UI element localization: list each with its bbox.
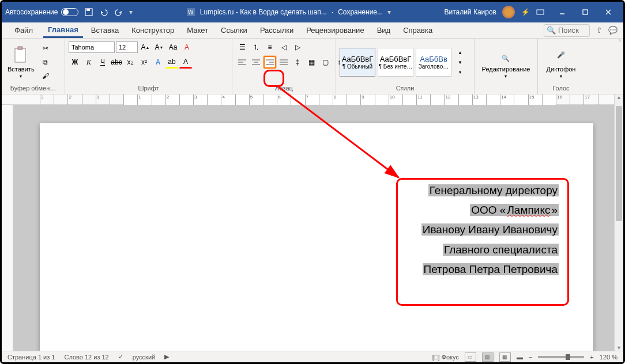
- collapse-ribbon-icon[interactable]: ^: [619, 39, 621, 44]
- decrease-indent-icon[interactable]: ◁: [277, 41, 290, 54]
- align-right-icon[interactable]: [263, 56, 276, 69]
- style-heading[interactable]: АаБбВв Заголово…: [416, 48, 451, 77]
- tab-view[interactable]: Вид: [372, 24, 396, 37]
- focus-mode[interactable]: [□] Фокус: [432, 354, 459, 361]
- horizontal-ruler[interactable]: 321 12 34 56 78 910 1112 1314 1516 17: [2, 94, 623, 105]
- tab-help[interactable]: Справка: [398, 24, 437, 37]
- change-case-icon[interactable]: Aa: [167, 41, 179, 54]
- superscript-button[interactable]: x²: [138, 56, 150, 69]
- comments-icon[interactable]: 💬: [608, 26, 618, 35]
- print-layout-icon[interactable]: ▤: [482, 352, 494, 362]
- underline-button[interactable]: Ч: [96, 56, 109, 69]
- search-input[interactable]: 🔍 Поиск: [544, 24, 590, 37]
- scroll-thumb[interactable]: [616, 106, 622, 221]
- grow-font-icon[interactable]: A▲: [139, 41, 152, 54]
- statusbar: Страница 1 из 1 Слово 12 из 12 ✓ русский…: [2, 351, 623, 362]
- document-text[interactable]: Генеральному директору ООО «Лампикс» Ива…: [421, 181, 559, 279]
- justify-icon[interactable]: [277, 56, 290, 69]
- svg-rect-9: [15, 48, 25, 62]
- zoom-level[interactable]: 120 %: [600, 354, 618, 361]
- dictate-button[interactable]: 🎤 Диктофон ▾: [544, 44, 578, 81]
- zoom-in-icon[interactable]: +: [590, 354, 593, 361]
- autosave-toggle[interactable]: Автосохранение: [5, 8, 78, 16]
- tab-design[interactable]: Конструктор: [127, 24, 179, 37]
- vertical-ruler[interactable]: [3, 105, 13, 351]
- styles-down-icon[interactable]: ▼: [454, 58, 466, 67]
- clear-format-icon[interactable]: A: [180, 41, 193, 54]
- tab-references[interactable]: Ссылки: [216, 24, 252, 37]
- document-area: Генеральному директору ООО «Лампикс» Ива…: [13, 105, 614, 351]
- editing-button[interactable]: 🔍 Редактирование ▾: [480, 51, 533, 81]
- status-language[interactable]: русский: [133, 354, 155, 361]
- font-color-icon[interactable]: A: [179, 56, 192, 69]
- subscript-button[interactable]: x₂: [124, 56, 137, 69]
- format-painter-icon[interactable]: 🖌: [39, 70, 52, 82]
- minimize-icon[interactable]: [551, 2, 574, 22]
- close-icon[interactable]: [597, 2, 620, 22]
- align-center-icon[interactable]: [250, 56, 262, 69]
- bullets-icon[interactable]: ☰: [236, 41, 249, 54]
- svg-rect-4: [537, 10, 544, 14]
- italic-button[interactable]: К: [82, 56, 95, 69]
- spellcheck-icon[interactable]: ✓: [118, 353, 123, 361]
- redo-icon[interactable]: [114, 7, 123, 17]
- read-mode-icon[interactable]: ▭: [465, 352, 476, 362]
- shading-icon[interactable]: ▦: [305, 56, 318, 69]
- line-spacing-icon[interactable]: ‡: [291, 56, 304, 69]
- avatar[interactable]: [502, 6, 515, 18]
- search-icon: 🔍: [547, 26, 556, 35]
- document-title: W Lumpics.ru - Как в Ворде сделать шап..…: [138, 7, 438, 17]
- numbering-icon[interactable]: ⒈: [250, 41, 262, 54]
- svg-rect-1: [86, 9, 90, 11]
- increase-indent-icon[interactable]: ▷: [291, 41, 304, 54]
- tab-layout[interactable]: Макет: [182, 24, 213, 37]
- multilevel-icon[interactable]: ≡: [263, 41, 276, 54]
- borders-icon[interactable]: ▢: [319, 56, 332, 69]
- ribbon-display-icon[interactable]: [536, 7, 545, 17]
- tab-home[interactable]: Главная: [43, 23, 83, 38]
- accessibility-icon[interactable]: ▬: [517, 354, 523, 361]
- clipboard-group-label: Буфер обмен…: [5, 84, 61, 92]
- user-name[interactable]: Виталий Каиров: [444, 8, 496, 16]
- font-group-label: Шрифт: [69, 84, 228, 92]
- tab-review[interactable]: Рецензирование: [302, 24, 368, 37]
- mode-icon[interactable]: ⚡: [521, 7, 530, 17]
- zoom-slider[interactable]: [538, 356, 584, 358]
- styles-up-icon[interactable]: ▲: [454, 48, 466, 57]
- paste-button[interactable]: Вставить ▾: [5, 44, 37, 81]
- undo-icon[interactable]: [99, 7, 108, 17]
- copy-icon[interactable]: ⧉: [39, 56, 52, 69]
- bold-button[interactable]: Ж: [69, 56, 81, 69]
- style-nospace[interactable]: АаБбВвГ ¶ Без инте…: [378, 48, 413, 77]
- microphone-icon: 🎤: [552, 46, 570, 65]
- tab-file[interactable]: Файл: [7, 24, 40, 37]
- titlebar: Автосохранение ▾ W Lumpics.ru - Как в Во…: [2, 2, 623, 22]
- zoom-out-icon[interactable]: −: [529, 354, 532, 361]
- voice-group-label: Голос: [541, 84, 581, 92]
- styles-more-icon[interactable]: ▾: [454, 67, 466, 77]
- align-left-icon[interactable]: [236, 56, 249, 69]
- cut-icon[interactable]: ✂: [39, 42, 52, 55]
- strike-button[interactable]: abc: [110, 56, 123, 69]
- shrink-font-icon[interactable]: A▼: [153, 41, 165, 54]
- tab-mailings[interactable]: Рассылки: [255, 24, 298, 37]
- text-effects-icon[interactable]: A: [152, 56, 164, 69]
- status-words[interactable]: Слово 12 из 12: [64, 354, 108, 361]
- ribbon: Вставить ▾ ✂ ⧉ 🖌 Буфер обмен… A▲ A▼ Aa A…: [2, 39, 623, 94]
- share-icon[interactable]: ⇧: [594, 26, 604, 35]
- svg-rect-10: [18, 47, 22, 50]
- save-icon[interactable]: [84, 7, 93, 17]
- page[interactable]: Генеральному директору ООО «Лампикс» Ива…: [40, 123, 593, 351]
- vertical-scrollbar[interactable]: ▲ ▼: [614, 94, 623, 351]
- maximize-icon[interactable]: [574, 2, 597, 22]
- status-page[interactable]: Страница 1 из 1: [7, 354, 55, 361]
- macros-icon[interactable]: ▶: [164, 353, 169, 361]
- clipboard-icon: [12, 46, 30, 65]
- font-name-input[interactable]: [69, 41, 115, 53]
- font-size-input[interactable]: [116, 41, 138, 53]
- style-normal[interactable]: АаБбВвГ ¶ Обычный: [340, 48, 375, 77]
- highlight-icon[interactable]: ab: [165, 56, 178, 69]
- web-layout-icon[interactable]: ▦: [499, 352, 511, 362]
- search-icon: 🔍: [500, 53, 511, 65]
- tab-insert[interactable]: Вставка: [86, 24, 123, 37]
